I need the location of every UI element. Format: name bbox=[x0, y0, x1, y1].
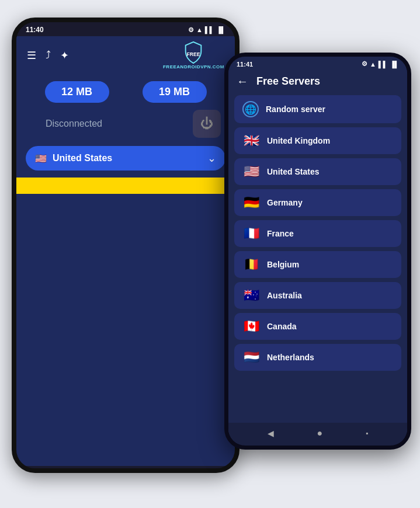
home-indicator[interactable]: ● bbox=[120, 468, 131, 473]
server-item-us[interactable]: 🇺🇸 United States bbox=[234, 158, 401, 185]
flag-ca: 🇨🇦 bbox=[242, 319, 260, 334]
flag-nl: 🇳🇱 bbox=[242, 350, 260, 365]
flag-au: 🇦🇺 bbox=[242, 288, 260, 303]
signal-icon: ▌▌ bbox=[205, 26, 214, 33]
server-name-us: United States bbox=[267, 167, 319, 176]
upload-stat: 19 MB bbox=[143, 81, 207, 103]
phone2-main-content: ← Free Servers 🌐 Random server 🇬🇧 United… bbox=[228, 70, 407, 444]
phone2-battery-icon: ▐▌ bbox=[390, 61, 399, 68]
flag-fr: 🇫🇷 bbox=[242, 226, 260, 241]
server-name-fr: France bbox=[267, 229, 294, 238]
phone1-device: 11:40 ⚙ ▲ ▌▌ ▐▌ ☰ ⤴ ✦ FREE FREEANDROIDVP… bbox=[12, 18, 239, 473]
server-name-de: Germany bbox=[267, 198, 303, 207]
server-name-ca: Canada bbox=[267, 322, 297, 331]
server-name-random: Random server bbox=[266, 105, 325, 114]
phone1-nav-icons: ☰ ⤴ ✦ bbox=[27, 49, 69, 62]
free-servers-title: Free Servers bbox=[256, 75, 320, 88]
server-item-be[interactable]: 🇧🇪 Belgium bbox=[234, 251, 401, 278]
phone2-back-indicator[interactable]: ◀ bbox=[268, 429, 274, 438]
wifi-icon: ▲ bbox=[196, 26, 203, 33]
flag-uk: 🇬🇧 bbox=[242, 133, 260, 148]
phone1-status-icons: ⚙ ▲ ▌▌ ▐▌ bbox=[188, 26, 225, 34]
battery-icon: ▐▌ bbox=[216, 26, 225, 33]
yellow-bottom-bar bbox=[16, 186, 235, 194]
phone2-settings-icon: ⚙ bbox=[362, 60, 367, 68]
phone2-status-icons: ⚙ ▲ ▌▌ ▐▌ bbox=[362, 60, 399, 68]
settings-icon: ⚙ bbox=[188, 26, 194, 34]
server-name-au: Australia bbox=[267, 291, 302, 300]
phone1-main-content: ☰ ⤴ ✦ FREE FREEANDROIDVPN.COM 12 MB 19 M… bbox=[16, 36, 235, 466]
server-item-fr[interactable]: 🇫🇷 France bbox=[234, 220, 401, 247]
phone2-signal-icon: ▌▌ bbox=[379, 61, 388, 68]
recents-indicator[interactable] bbox=[179, 470, 188, 473]
phone2-device: 11:41 ⚙ ▲ ▌▌ ▐▌ ← Free Servers 🌐 Random … bbox=[224, 53, 411, 450]
server-name-be: Belgium bbox=[267, 260, 299, 269]
server-item-nl[interactable]: 🇳🇱 Netherlands bbox=[234, 344, 401, 371]
phone1-home-bar: ◀ ● bbox=[16, 466, 235, 473]
phone1-top-nav: ☰ ⤴ ✦ FREE FREEANDROIDVPN.COM bbox=[16, 36, 235, 75]
logo-area: FREE FREEANDROIDVPN.COM bbox=[163, 41, 224, 69]
star-icon[interactable]: ✦ bbox=[60, 49, 69, 62]
stats-row: 12 MB 19 MB bbox=[16, 75, 235, 106]
server-name-nl: Netherlands bbox=[267, 353, 314, 362]
server-item-de[interactable]: 🇩🇪 Germany bbox=[234, 189, 401, 216]
power-button[interactable]: ⏻ bbox=[193, 110, 221, 138]
phone2-home-bar: ◀ ● ▪ bbox=[228, 423, 407, 444]
yellow-top-bar bbox=[16, 178, 235, 186]
server-name-uk: United Kingdom bbox=[267, 136, 330, 145]
phone2-home-indicator[interactable]: ● bbox=[317, 428, 323, 439]
globe-icon: 🌐 bbox=[242, 101, 259, 117]
server-list: 🌐 Random server 🇬🇧 United Kingdom 🇺🇸 Uni… bbox=[228, 95, 407, 423]
menu-icon[interactable]: ☰ bbox=[27, 49, 36, 62]
phone2-wifi-icon: ▲ bbox=[370, 61, 376, 68]
selected-country-flag: 🇺🇸 bbox=[35, 153, 47, 164]
phone2-time: 11:41 bbox=[237, 61, 253, 68]
flag-be: 🇧🇪 bbox=[242, 257, 260, 272]
server-item-ca[interactable]: 🇨🇦 Canada bbox=[234, 313, 401, 340]
share-icon[interactable]: ⤴ bbox=[46, 49, 51, 61]
flag-us: 🇺🇸 bbox=[242, 164, 260, 179]
country-left: 🇺🇸 United States bbox=[35, 153, 112, 164]
chevron-down-icon: ⌄ bbox=[207, 152, 216, 165]
server-item-uk[interactable]: 🇬🇧 United Kingdom bbox=[234, 127, 401, 154]
server-item-au[interactable]: 🇦🇺 Australia bbox=[234, 282, 401, 309]
svg-text:FREE: FREE bbox=[187, 51, 200, 57]
logo-text: FREEANDROIDVPN.COM bbox=[163, 64, 224, 69]
back-indicator[interactable]: ◀ bbox=[64, 470, 72, 473]
disconnected-row: Disconnected ⏻ bbox=[16, 106, 235, 144]
phone2-status-bar: 11:41 ⚙ ▲ ▌▌ ▐▌ bbox=[228, 57, 407, 70]
phone1-time: 11:40 bbox=[26, 26, 44, 34]
selected-country-name: United States bbox=[53, 153, 112, 163]
download-stat: 12 MB bbox=[45, 81, 109, 103]
connection-status: Disconnected bbox=[46, 119, 102, 129]
back-button[interactable]: ← bbox=[237, 75, 248, 88]
flag-display: ★ bbox=[16, 178, 235, 466]
country-selector[interactable]: 🇺🇸 United States ⌄ bbox=[26, 146, 225, 171]
phone2-header: ← Free Servers bbox=[228, 70, 407, 95]
phone1-status-bar: 11:40 ⚙ ▲ ▌▌ ▐▌ bbox=[16, 22, 235, 36]
logo-shield-icon: FREE bbox=[183, 41, 204, 64]
server-item-random[interactable]: 🌐 Random server bbox=[234, 95, 401, 123]
phone2-recents-indicator[interactable]: ▪ bbox=[366, 429, 368, 437]
flag-de: 🇩🇪 bbox=[242, 195, 260, 210]
